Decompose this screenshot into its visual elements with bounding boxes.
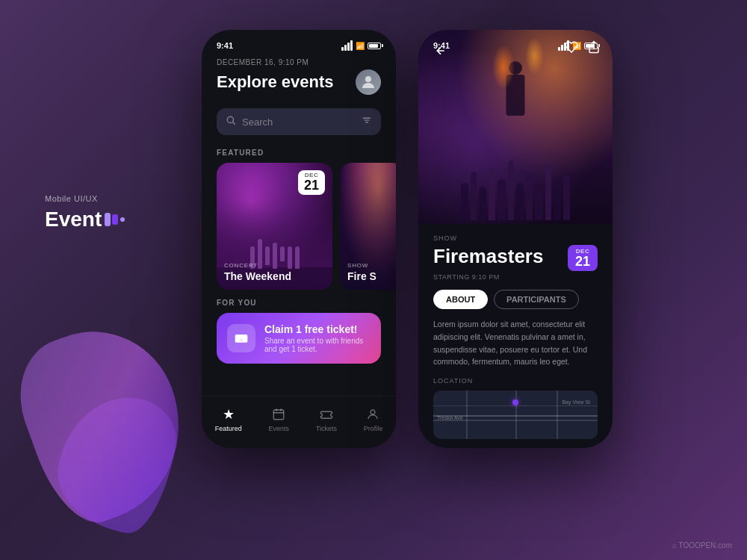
favorite-button[interactable] — [565, 40, 578, 57]
map-label-bayview: Bay View St — [562, 399, 590, 405]
svg-line-2 — [233, 122, 235, 125]
featured-cards: DEC 21 CONCERT The Weekend SHOW Fire S — [202, 163, 396, 290]
brand-subtitle: Mobile UI/UX — [45, 194, 125, 203]
svg-point-1 — [227, 116, 233, 122]
star-icon: ★ — [220, 406, 237, 423]
event-description: Lorem ipsum dolor sit amet, consectetur … — [433, 318, 598, 368]
search-input[interactable]: Search — [242, 116, 356, 128]
svg-point-7 — [240, 339, 242, 341]
nav-item-featured[interactable]: ★ Featured — [215, 406, 242, 432]
promo-subtitle: Share an event to with friends and get 1… — [264, 337, 371, 353]
nav-item-tickets[interactable]: Tickets — [316, 406, 337, 432]
event-date-badge: DEC 21 — [568, 245, 598, 271]
filter-icon[interactable] — [362, 115, 372, 128]
event-date-text: DECEMBER 16, 9:10 PM — [217, 58, 381, 66]
bottom-nav: ★ Featured Events — [202, 396, 396, 448]
featured-card-1[interactable]: DEC 21 CONCERT The Weekend — [217, 163, 332, 290]
back-button[interactable] — [430, 40, 451, 61]
brand-dot — [120, 217, 125, 222]
calendar-icon — [270, 406, 287, 423]
map-preview: Bay View St Treska Ave — [433, 391, 598, 439]
search-bar[interactable]: Search — [217, 108, 381, 135]
page-title: Explore events — [217, 72, 334, 92]
status-bar-1: 9:41 📶 — [202, 30, 396, 55]
wifi-icon: 📶 — [356, 42, 365, 50]
promo-title: Claim 1 free ticket! — [264, 323, 371, 335]
brand-area: Mobile UI/UX Event — [45, 194, 125, 231]
time-1: 9:41 — [217, 41, 233, 50]
svg-point-0 — [365, 76, 371, 82]
for-you-label: FOR YOU — [202, 290, 396, 313]
share-button[interactable] — [587, 40, 601, 57]
tab-about[interactable]: ABOUT — [433, 290, 488, 309]
promo-card[interactable]: Claim 1 free ticket! Share an event to w… — [217, 313, 381, 364]
phone-2-inner: 9:41 📶 — [418, 30, 613, 448]
phones-container: 9:41 📶 DECEMBER 16, 9:10 PM Explore e — [202, 30, 613, 448]
event-type: SHOW — [433, 234, 598, 242]
nav-label-events: Events — [269, 425, 290, 432]
map-label-treska: Treska Ave — [437, 415, 463, 420]
featured-card-2[interactable]: SHOW Fire S — [340, 163, 396, 290]
card-category-1: CONCERT — [224, 262, 258, 269]
nav-item-profile[interactable]: Profile — [364, 406, 383, 432]
nav-label-profile: Profile — [364, 425, 383, 432]
event-time: STARTING 9:10 PM — [433, 273, 598, 281]
nav-label-tickets: Tickets — [316, 425, 337, 432]
ticket-icon — [318, 406, 335, 423]
card-title-2: Fire S — [347, 270, 376, 282]
hero-actions — [565, 40, 601, 57]
card-title-1: The Weekend — [224, 270, 291, 282]
event-name-row: Firemasters DEC 21 — [433, 245, 598, 271]
phone1-header: DECEMBER 16, 9:10 PM Explore events — [202, 55, 396, 102]
brand-title: Event — [45, 208, 125, 231]
search-icon — [226, 115, 236, 128]
watermark: ⌂ TOOOPEN.com — [672, 541, 732, 550]
card-category-2: SHOW — [347, 262, 368, 269]
battery-icon — [368, 43, 381, 49]
location-label: LOCATION — [433, 377, 598, 385]
svg-rect-8 — [274, 410, 285, 420]
promo-icon — [227, 324, 255, 352]
event-hero: 9:41 📶 — [418, 30, 613, 224]
promo-text: Claim 1 free ticket! Share an event to w… — [264, 323, 371, 353]
featured-label: FEATURED — [202, 141, 396, 163]
nav-label-featured: Featured — [215, 425, 242, 432]
nav-item-events[interactable]: Events — [269, 406, 290, 432]
tab-participants[interactable]: PARTICIPANTS — [494, 290, 579, 309]
event-name: Firemasters — [433, 245, 543, 268]
profile-icon — [365, 406, 381, 423]
svg-point-12 — [371, 410, 375, 414]
avatar[interactable] — [356, 69, 381, 95]
brand-icon — [105, 213, 118, 226]
title-row: Explore events — [217, 69, 381, 95]
status-icons-1: 📶 — [341, 40, 381, 51]
phone-1: 9:41 📶 DECEMBER 16, 9:10 PM Explore e — [202, 30, 396, 448]
svg-rect-6 — [235, 335, 248, 343]
tabs-row: ABOUT PARTICIPANTS — [433, 290, 598, 309]
signal-icon — [341, 40, 353, 51]
map-pin — [512, 399, 518, 405]
card-date-badge-1: DEC 21 — [298, 170, 325, 195]
phone-1-inner: 9:41 📶 DECEMBER 16, 9:10 PM Explore e — [202, 30, 396, 448]
phone-2: 9:41 📶 — [418, 30, 613, 448]
event-detail: SHOW Firemasters DEC 21 STARTING 9:10 PM… — [418, 224, 613, 448]
